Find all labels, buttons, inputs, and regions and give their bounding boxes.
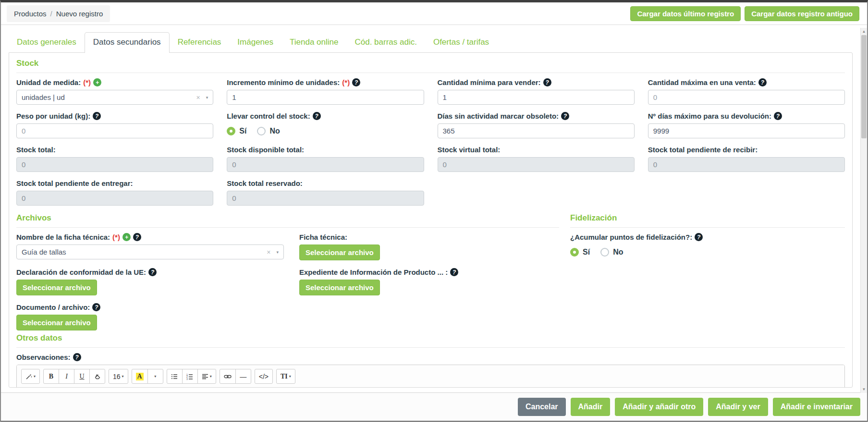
- clear-icon[interactable]: ×: [267, 248, 270, 256]
- scroll-up-arrow-icon[interactable]: ▲: [861, 28, 867, 35]
- help-icon[interactable]: ?: [450, 268, 458, 276]
- radio-unselected-icon[interactable]: [600, 248, 609, 257]
- acumular-puntos-radio-group: Sí No: [570, 245, 845, 259]
- section-divider: [570, 227, 845, 228]
- radio-selected-icon[interactable]: [570, 248, 579, 257]
- dias-obsoleto-input[interactable]: [438, 123, 635, 138]
- breadcrumb-root[interactable]: Productos: [14, 10, 47, 18]
- magic-wand-icon: [25, 373, 32, 380]
- help-icon[interactable]: ?: [352, 78, 360, 86]
- chevron-down-icon: ▾: [210, 374, 212, 379]
- field-label: Incremento mínimo de unidades:: [227, 78, 340, 86]
- observaciones-editor: ▾ B I U 16 ▾ A: [16, 365, 845, 388]
- vertical-scrollbar[interactable]: ▲ ▼: [860, 28, 867, 393]
- section-title-archivos: Archivos: [16, 213, 559, 223]
- stock-virtual-input: [438, 157, 635, 172]
- text-height-button[interactable]: TI ▾: [276, 369, 295, 384]
- stock-pendiente-entregar-input: [16, 191, 213, 206]
- cantidad-minima-input[interactable]: [438, 90, 635, 105]
- field-label: Nº días máximo para su devolución:: [648, 112, 771, 120]
- stock-reservado-input: [227, 191, 424, 206]
- field-label: Stock disponible total:: [227, 146, 304, 154]
- archivos-section: Archivos Nombre de la ficha técnica: (*)…: [16, 213, 559, 330]
- italic-button[interactable]: I: [59, 369, 74, 384]
- chevron-down-icon[interactable]: ▾: [206, 95, 208, 100]
- tab-ofertas-tarifas[interactable]: Ofertas / tarifas: [425, 33, 497, 52]
- select-value: Guía de tallas: [22, 248, 267, 256]
- radio-si[interactable]: Sí: [227, 127, 246, 135]
- clear-icon[interactable]: ×: [196, 94, 200, 101]
- underline-button[interactable]: U: [74, 369, 90, 384]
- ordered-list-button[interactable]: 123: [182, 369, 198, 384]
- help-icon[interactable]: ?: [133, 233, 141, 241]
- font-color-dropdown-button[interactable]: ▾: [147, 369, 163, 384]
- tab-panel-datos-secundarios: Stock Unidad de medida: (*) + unidades |…: [9, 52, 853, 388]
- font-color-button[interactable]: A: [132, 369, 148, 384]
- incremento-minimo-input[interactable]: [227, 90, 424, 105]
- add-and-inventory-button[interactable]: Añadir e inventariar: [773, 398, 860, 416]
- field-label: ¿Acumular puntos de fidelización?:: [570, 233, 692, 241]
- font-size-button[interactable]: 16 ▾: [109, 369, 128, 384]
- tab-referencias[interactable]: Referencias: [170, 33, 230, 52]
- radio-selected-icon[interactable]: [227, 127, 235, 135]
- style-magic-button[interactable]: ▾: [21, 369, 40, 384]
- peso-por-unidad-input[interactable]: [16, 123, 213, 138]
- help-icon[interactable]: ?: [93, 112, 101, 120]
- scrollbar-thumb[interactable]: [861, 35, 867, 138]
- add-ficha-icon[interactable]: +: [122, 233, 131, 241]
- field-documento-archivo: Documento / archivo: ? Seleccionar archi…: [16, 303, 284, 330]
- add-button[interactable]: Añadir: [571, 398, 611, 416]
- code-view-button[interactable]: </>: [255, 369, 273, 384]
- field-label: Cantidad mínima para vender:: [438, 78, 541, 86]
- cancel-button[interactable]: Cancelar: [518, 398, 566, 416]
- stock-grid: Unidad de medida: (*) + unidades | ud × …: [16, 78, 845, 206]
- breadcrumb-separator: /: [50, 10, 52, 18]
- field-label: Stock total reservado:: [227, 179, 303, 187]
- tab-tienda-online[interactable]: Tienda online: [281, 33, 346, 52]
- help-icon[interactable]: ?: [758, 78, 767, 86]
- help-icon[interactable]: ?: [543, 78, 551, 86]
- add-unit-icon[interactable]: +: [93, 78, 101, 86]
- load-last-record-button[interactable]: Cargar datos último registro: [630, 6, 741, 21]
- declaracion-file-button[interactable]: Seleccionar archivo: [16, 280, 97, 295]
- load-old-record-button[interactable]: Cargar datos registro antiguo: [745, 6, 859, 21]
- add-and-add-another-button[interactable]: Añadir y añadir otro: [615, 398, 703, 416]
- documento-file-button[interactable]: Seleccionar archivo: [16, 315, 97, 330]
- unidad-de-medida-select[interactable]: unidades | ud × ▾: [16, 90, 213, 105]
- paragraph-align-button[interactable]: ▾: [197, 369, 216, 384]
- radio-unselected-icon[interactable]: [257, 127, 266, 135]
- horizontal-rule-button[interactable]: —: [235, 369, 251, 384]
- bold-button[interactable]: B: [43, 369, 59, 384]
- field-label: Peso por unidad (kg):: [16, 112, 90, 120]
- tab-cod-barras-adic[interactable]: Cód. barras adic.: [346, 33, 425, 52]
- add-and-view-button[interactable]: Añadir y ver: [708, 398, 768, 416]
- radio-no[interactable]: No: [257, 127, 280, 135]
- align-icon: [202, 373, 208, 380]
- expediente-file-button[interactable]: Seleccionar archivo: [299, 280, 380, 295]
- help-icon[interactable]: ?: [92, 303, 100, 311]
- insert-link-button[interactable]: [220, 369, 236, 384]
- nombre-ficha-tecnica-select[interactable]: Guía de tallas × ▾: [16, 245, 284, 259]
- scroll-down-arrow-icon[interactable]: ▼: [861, 386, 867, 393]
- ficha-tecnica-file-button[interactable]: Seleccionar archivo: [299, 245, 380, 260]
- cantidad-maxima-input[interactable]: [648, 90, 845, 105]
- section-title-fidelizacion: Fidelización: [570, 213, 845, 223]
- editor-toolbar: ▾ B I U 16 ▾ A: [17, 365, 844, 388]
- chevron-down-icon[interactable]: ▾: [276, 250, 279, 255]
- help-icon[interactable]: ?: [73, 353, 81, 361]
- clear-format-button[interactable]: [89, 369, 105, 384]
- help-icon[interactable]: ?: [774, 112, 782, 120]
- help-icon[interactable]: ?: [313, 112, 321, 120]
- unordered-list-button[interactable]: [167, 369, 183, 384]
- field-label: Nombre de la ficha técnica:: [16, 233, 110, 241]
- tab-datos-generales[interactable]: Datos generales: [9, 33, 85, 52]
- radio-si[interactable]: Sí: [570, 248, 590, 257]
- field-label: Observaciones:: [16, 353, 71, 361]
- help-icon[interactable]: ?: [561, 112, 569, 120]
- tab-imagenes[interactable]: Imágenes: [229, 33, 281, 52]
- help-icon[interactable]: ?: [695, 233, 703, 241]
- help-icon[interactable]: ?: [148, 268, 157, 276]
- tab-datos-secundarios[interactable]: Datos secundarios: [85, 32, 170, 53]
- radio-no[interactable]: No: [600, 248, 623, 257]
- dias-devolucion-input[interactable]: [648, 123, 845, 138]
